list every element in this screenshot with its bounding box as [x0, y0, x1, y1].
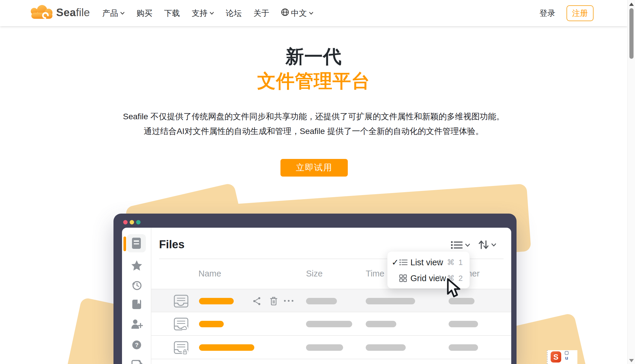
- grid-view-icon: [399, 274, 410, 282]
- nav-item-forum[interactable]: 论坛: [226, 8, 242, 19]
- more-icon[interactable]: [283, 299, 295, 302]
- file-name-placeholder: [199, 298, 234, 304]
- column-header-name[interactable]: Name: [198, 269, 221, 279]
- delete-icon[interactable]: [270, 296, 278, 306]
- try-now-button[interactable]: 立即试用: [280, 159, 348, 177]
- hero-description-line2: 通过结合AI对文件属性的自动生成和管理，Seafile 提供了一个全新的自动化的…: [0, 126, 627, 137]
- browser-extension-widget: S u: [547, 350, 577, 364]
- nav-item-language[interactable]: 中文: [281, 8, 313, 19]
- file-size-placeholder: [306, 298, 337, 304]
- scroll-down-arrow[interactable]: [629, 359, 634, 362]
- nav-label: 购买: [136, 8, 152, 19]
- library-icon: [173, 294, 189, 308]
- sidebar-item-notebook[interactable]: [122, 299, 151, 310]
- table-row[interactable]: [151, 312, 511, 336]
- window-close-button[interactable]: [123, 220, 128, 224]
- sidebar-item-devices[interactable]: [122, 360, 151, 364]
- file-size-placeholder: [306, 344, 343, 351]
- sidebar-item-starred[interactable]: [122, 260, 151, 271]
- hero-description-line1: Seafile 不仅提供了传统网盘的文件同步和共享功能，还提供了可扩展的文件属性…: [0, 111, 627, 122]
- brand-name-bold: Sea: [56, 6, 76, 19]
- nav-label: 产品: [102, 8, 118, 19]
- nav-menu: 产品 购买 下载 支持 论坛 关于 中文: [102, 0, 313, 26]
- nav-label: 支持: [192, 8, 208, 19]
- globe-icon: [281, 8, 289, 18]
- file-time-placeholder: [366, 321, 396, 327]
- hero-title-line1: 新一代: [0, 44, 627, 69]
- seafile-logo[interactable]: Seafile: [28, 4, 90, 22]
- scroll-up-arrow[interactable]: [629, 3, 634, 6]
- column-header-time[interactable]: Time: [366, 269, 384, 279]
- menu-item-list-view[interactable]: ✓ List view ⇧ ⌘ 1: [387, 254, 469, 271]
- files-icon: [132, 237, 141, 249]
- register-button[interactable]: 注册: [567, 5, 594, 21]
- sidebar-item-activities[interactable]: [122, 280, 151, 291]
- column-header-size[interactable]: Size: [306, 269, 322, 279]
- nav-item-support[interactable]: 支持: [192, 8, 214, 19]
- app-sidebar: ?: [122, 228, 151, 364]
- nav-right-group: 登录 注册: [539, 0, 594, 26]
- file-name-placeholder: [199, 344, 254, 351]
- starred-icon: [131, 260, 143, 271]
- widget-u-icon: u: [565, 355, 568, 360]
- nav-item-products[interactable]: 产品: [102, 8, 125, 19]
- hero-title-line2: 文件管理平台: [0, 68, 627, 94]
- help-icon: ?: [131, 340, 142, 350]
- brand-name-light: file: [76, 6, 90, 19]
- top-navbar: Seafile 产品 购买 下载 支持 论坛 关于: [0, 0, 627, 26]
- svg-text:?: ?: [135, 342, 138, 348]
- window-maximize-button[interactable]: [136, 220, 141, 224]
- chevron-down-icon: [210, 12, 214, 15]
- menu-item-shortcut: ⇧ ⌘ 1: [437, 258, 464, 267]
- devices-icon: [131, 360, 143, 364]
- sidebar-item-invite-people[interactable]: [122, 319, 151, 330]
- seafile-homepage: Seafile 产品 购买 下载 支持 论坛 关于: [0, 0, 635, 364]
- list-view-icon: [399, 259, 410, 266]
- chevron-down-icon: [120, 12, 125, 15]
- check-icon: ✓: [392, 257, 399, 267]
- nav-label: 论坛: [226, 8, 242, 19]
- file-time-placeholder: [366, 344, 406, 351]
- nav-label: 中文: [291, 8, 307, 19]
- scrollbar-thumb[interactable]: [629, 8, 634, 59]
- mouse-cursor: [446, 278, 463, 300]
- activity-history-icon: [131, 280, 143, 291]
- seafile-cloud-icon: [28, 4, 56, 22]
- nav-label: 下载: [164, 8, 180, 19]
- invite-people-icon: [131, 319, 143, 330]
- library-cloud-icon: [173, 317, 189, 331]
- library-lock-icon: [173, 341, 189, 355]
- widget-mini-controls[interactable]: u: [565, 351, 569, 360]
- nav-item-about[interactable]: 关于: [253, 8, 269, 19]
- chevron-down-icon: [309, 12, 313, 15]
- table-row[interactable]: [151, 336, 511, 359]
- file-size-placeholder: [306, 321, 352, 327]
- extension-logo-badge[interactable]: S: [551, 351, 561, 363]
- file-name-placeholder: [199, 321, 224, 327]
- file-owner-placeholder: [449, 344, 478, 351]
- file-owner-placeholder: [449, 321, 478, 327]
- file-time-placeholder: [366, 298, 415, 304]
- nav-item-download[interactable]: 下载: [164, 8, 180, 19]
- sidebar-item-files[interactable]: [127, 234, 146, 252]
- nav-label: 关于: [253, 8, 269, 19]
- sidebar-item-help[interactable]: ?: [122, 340, 151, 350]
- share-icon[interactable]: [253, 296, 261, 306]
- login-link[interactable]: 登录: [539, 8, 555, 19]
- page-scrollbar[interactable]: [627, 0, 635, 364]
- nav-item-buy[interactable]: 购买: [136, 8, 152, 19]
- window-minimize-button[interactable]: [130, 220, 134, 224]
- active-indicator-bar: [123, 236, 126, 251]
- notebook-icon: [131, 299, 142, 310]
- widget-circle-icon: [565, 351, 569, 355]
